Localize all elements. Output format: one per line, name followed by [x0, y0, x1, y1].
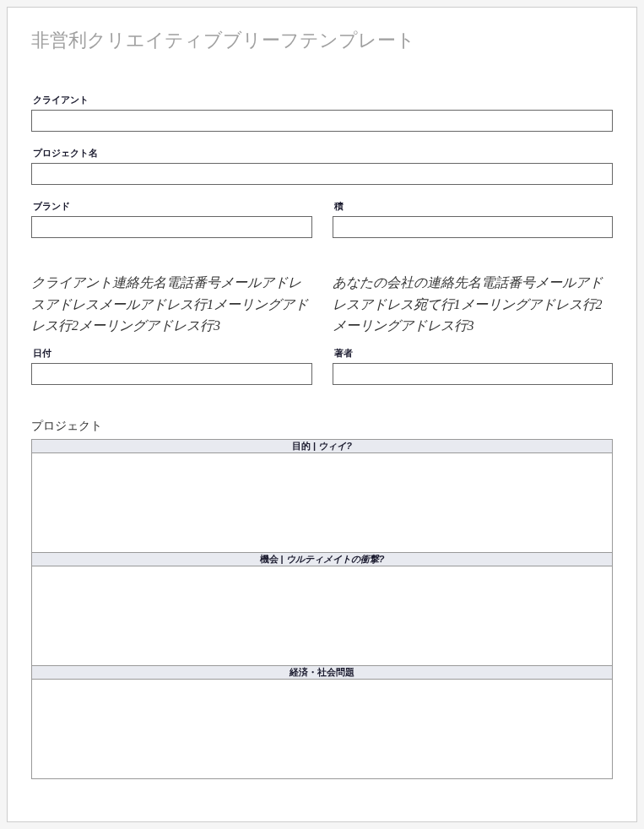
field-product: 積 — [333, 200, 614, 238]
label-author: 著者 — [333, 347, 614, 360]
header-italic-0: ウィイ? — [318, 441, 352, 451]
header-plain-0: 目的 | — [292, 441, 318, 451]
input-product[interactable] — [333, 216, 614, 238]
field-project-name: プロジェクト名 — [31, 147, 613, 185]
form-section: クライアント プロジェクト名 ブランド 積 クライアント連絡先名電話番号メールア… — [31, 94, 613, 385]
table-body-opportunity[interactable] — [32, 566, 613, 665]
project-section: プロジェクト 目的 | ウィイ? 機会 | ウルティメイトの衝撃? 経済・社会問… — [31, 419, 613, 779]
table-body-objective[interactable] — [32, 452, 613, 552]
table-body-economic-social[interactable] — [32, 679, 613, 778]
input-project-name[interactable] — [31, 163, 613, 185]
field-date: 日付 — [31, 347, 312, 385]
input-author[interactable] — [333, 363, 614, 385]
field-author: 著者 — [333, 347, 614, 385]
input-client[interactable] — [31, 110, 613, 132]
contact-company-text: あなたの会社の連絡先名電話番号メールアドレスアドレス宛て行1メーリングアドレス行… — [333, 272, 614, 337]
table-header-objective: 目的 | ウィイ? — [32, 439, 613, 452]
label-project-name: プロジェクト名 — [31, 147, 613, 160]
label-client: クライアント — [31, 94, 613, 106]
project-section-label: プロジェクト — [31, 419, 613, 434]
document-page: 非営利クリエイティブブリーフテンプレート クライアント プロジェクト名 ブランド… — [7, 7, 637, 822]
page-title: 非営利クリエイティブブリーフテンプレート — [31, 28, 613, 53]
project-table: 目的 | ウィイ? 機会 | ウルティメイトの衝撃? 経済・社会問題 — [31, 439, 613, 779]
input-date[interactable] — [31, 363, 312, 385]
table-header-economic-social: 経済・社会問題 — [32, 665, 613, 679]
label-date: 日付 — [31, 347, 312, 360]
header-italic-1: ウルティメイトの衝撃? — [286, 554, 385, 564]
header-plain-1: 機会 | — [260, 554, 286, 564]
label-brand: ブランド — [31, 200, 312, 213]
contact-client-text: クライアント連絡先名電話番号メールアドレスアドレスメールアドレス行1メーリングア… — [31, 272, 312, 337]
field-brand: ブランド — [31, 200, 312, 238]
header-plain-2: 経済・社会問題 — [290, 667, 354, 677]
field-client: クライアント — [31, 94, 613, 132]
label-product: 積 — [333, 200, 614, 213]
table-header-opportunity: 機会 | ウルティメイトの衝撃? — [32, 552, 613, 566]
input-brand[interactable] — [31, 216, 312, 238]
